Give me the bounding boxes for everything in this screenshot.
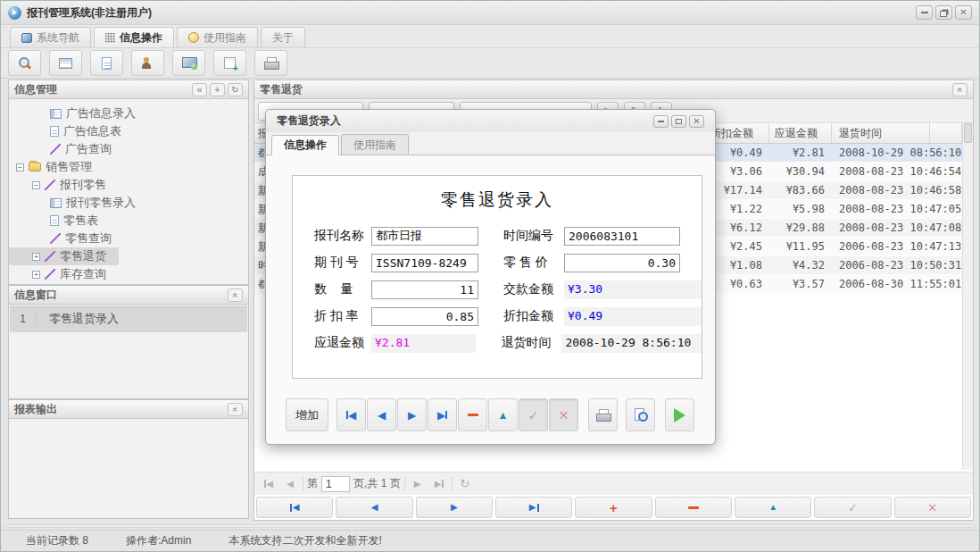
record-count-label: 当前记录数 8 (26, 533, 88, 548)
quantity-input[interactable] (371, 280, 478, 299)
main-panel-header: 零售退货 « (254, 80, 973, 99)
grid-next-button[interactable]: ▶ (416, 497, 493, 518)
grid-confirm-button[interactable]: ✓ (814, 497, 891, 518)
nav-last-button[interactable]: ▶ (428, 398, 457, 431)
collapse-panel-button[interactable]: « (228, 289, 243, 302)
window-close-button[interactable]: ✕ (955, 5, 972, 20)
discount-rate-label: 折 扣 率 (314, 308, 371, 324)
dialog-title-bar: 零售退货录入 ✕ (266, 110, 715, 132)
nav-prev-button[interactable]: ◀ (367, 398, 396, 431)
time-no-input[interactable] (564, 227, 680, 246)
collapse-toggle[interactable]: − (16, 163, 24, 171)
menu-tab-label: 信息操作 (120, 30, 162, 46)
pay-amount-value: ¥3.30 (564, 280, 702, 299)
nav-next-button[interactable]: ▶ (397, 398, 427, 431)
name-input[interactable] (371, 227, 478, 246)
expand-toggle[interactable]: + (32, 271, 40, 279)
page-prev-button[interactable]: ◀ (281, 476, 299, 492)
page-refresh-button[interactable]: ↻ (456, 476, 474, 492)
nav-first-button[interactable]: ◀ (336, 398, 366, 431)
wand-icon (50, 233, 61, 244)
screen-button[interactable] (172, 50, 205, 76)
time-no-label: 时间编号 (503, 228, 564, 244)
tree-item-ad-info-entry[interactable]: 广告信息录入 (9, 105, 248, 122)
dialog-maximize-button[interactable] (671, 115, 686, 128)
print-button[interactable] (254, 50, 287, 76)
grid-cancel-button[interactable]: ✕ (894, 497, 971, 518)
nav-tree: 广告信息录入 广告信息表 广告查询 −销售管理 −报刊零售 报刊零售录入 零售表… (9, 99, 248, 283)
query-button[interactable] (8, 50, 41, 76)
price-label: 零 售 价 (503, 255, 564, 271)
table-view-button[interactable] (49, 50, 82, 76)
tree-item-sales-manage[interactable]: −销售管理 (9, 158, 248, 176)
collapse-panel-button[interactable]: « (952, 83, 968, 96)
column-header-extra[interactable] (930, 123, 962, 143)
grid-delete-button[interactable] (655, 497, 732, 518)
dialog-tab-info-ops[interactable]: 信息操作 (271, 135, 339, 155)
tree-item-stock-query[interactable]: +库存查询 (9, 265, 248, 283)
menu-tab-system-nav[interactable]: 系统导航 (10, 27, 91, 47)
dialog-tab-guide[interactable]: 使用指南 (341, 134, 409, 155)
edit-record-button[interactable]: ▲ (488, 398, 518, 431)
collapse-toggle[interactable]: − (32, 181, 40, 189)
tree-item-retail-table[interactable]: 零售表 (9, 212, 248, 230)
page-first-button[interactable]: ◀ (260, 476, 278, 492)
record-nav-bar: ◀ ◀ ▶ ▶ + ▲ ✓ ✕ (256, 497, 971, 518)
print-record-button[interactable] (588, 398, 618, 431)
run-button[interactable] (665, 398, 694, 431)
collapse-panel-button[interactable]: « (228, 403, 243, 416)
page-number-input[interactable] (321, 476, 350, 492)
grid-icon (105, 33, 115, 43)
price-input[interactable] (564, 254, 680, 272)
vertical-scrollbar[interactable] (962, 123, 973, 470)
grid-doc-icon (50, 109, 62, 119)
discount-amount-label: 折扣金额 (503, 308, 564, 324)
tree-item-retail-query[interactable]: 零售查询 (9, 230, 248, 247)
monitor-icon (182, 57, 195, 69)
delete-record-button[interactable] (458, 398, 487, 431)
scrollbar-thumb[interactable] (964, 123, 972, 143)
refresh-button[interactable]: ↻ (228, 83, 243, 96)
page-total-label: 页,共 1 页 (353, 476, 401, 491)
tree-item-ad-info-table[interactable]: 广告信息表 (9, 122, 248, 140)
tree-item-retail[interactable]: −报刊零售 (9, 176, 248, 194)
document-icon (50, 215, 59, 226)
print-preview-button[interactable] (626, 398, 655, 431)
tree-item-retail-return[interactable]: +零售退货 (9, 247, 119, 265)
grid-last-button[interactable]: ▶ (495, 497, 572, 518)
dialog-minimize-button[interactable] (653, 115, 669, 128)
grid-add-button[interactable]: + (575, 497, 652, 518)
name-label: 报刊名称 (314, 228, 371, 244)
user-button[interactable] (131, 50, 164, 76)
operator-label: 操作者:Admin (126, 533, 191, 548)
cancel-button[interactable]: ✕ (549, 398, 578, 431)
column-header-refund[interactable]: 应退金额 (769, 123, 832, 143)
window-minimize-button[interactable] (916, 5, 933, 20)
menu-tab-about[interactable]: 关于 (261, 27, 305, 47)
add-record-button[interactable]: 增加 (286, 398, 328, 431)
collapse-left-button[interactable]: « (192, 83, 207, 96)
grid-edit-button[interactable]: ▲ (735, 497, 811, 518)
info-window-item[interactable]: 1 零售退货录入 (10, 305, 247, 332)
document-button[interactable] (90, 50, 123, 76)
tree-item-ad-query[interactable]: 广告查询 (9, 140, 248, 158)
page-last-button[interactable]: ▶ (430, 476, 448, 492)
dialog-close-button[interactable]: ✕ (689, 115, 704, 128)
grid-prev-button[interactable]: ◀ (336, 497, 412, 518)
page-next-button[interactable]: ▶ (409, 476, 427, 492)
grid-first-button[interactable]: ◀ (256, 497, 333, 518)
menu-tab-guide[interactable]: 使用指南 (177, 27, 258, 47)
search-icon (18, 56, 32, 71)
new-form-button[interactable] (213, 50, 246, 76)
discount-rate-input[interactable] (371, 307, 478, 326)
menu-tab-info-ops[interactable]: 信息操作 (94, 27, 174, 47)
title-bar: 报刊管理系统(非注册用户) ✕ (1, 1, 979, 25)
window-restore-button[interactable] (935, 5, 952, 20)
tree-item-retail-entry[interactable]: 报刊零售录入 (9, 194, 248, 212)
return-time-label: 退货时间 (501, 335, 561, 351)
issn-input[interactable] (371, 254, 478, 272)
column-header-time[interactable]: 退货时间 (832, 123, 930, 143)
add-button[interactable]: + (210, 83, 225, 96)
expand-toggle[interactable]: + (32, 253, 40, 261)
confirm-button[interactable]: ✓ (519, 398, 548, 431)
